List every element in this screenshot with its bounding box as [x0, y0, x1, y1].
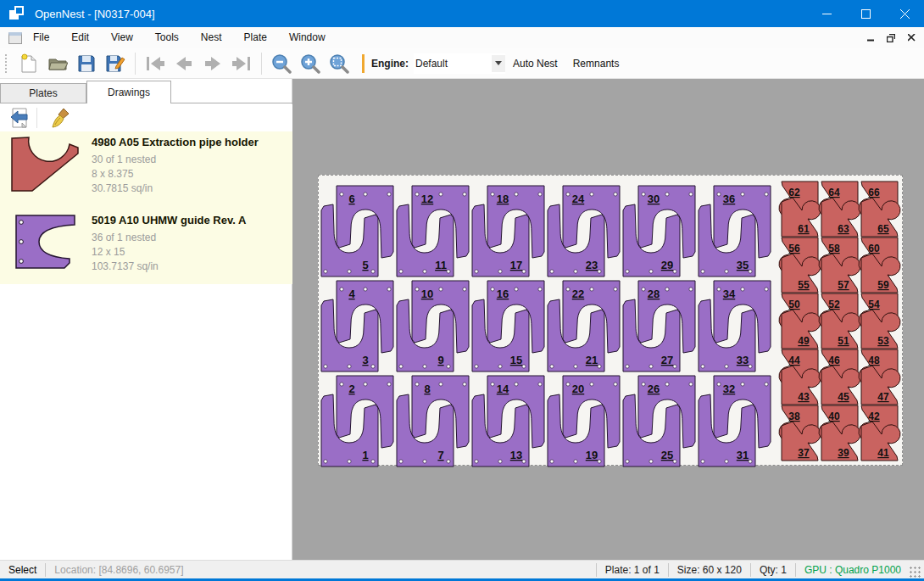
toolbar-grip[interactable] [4, 53, 8, 74]
nested-part-pair-red[interactable]: 5049 [779, 293, 821, 349]
save-as-button[interactable] [101, 51, 130, 76]
part-hole [340, 383, 343, 386]
nested-part-pair-red[interactable]: 4645 [819, 349, 860, 405]
part-hole [566, 193, 570, 196]
nested-part-pair-red[interactable]: 5655 [779, 237, 821, 293]
nested-part-pair-purple[interactable]: 109 [397, 281, 469, 372]
nested-part-pair-purple[interactable]: 1211 [397, 186, 469, 277]
part-hole [498, 460, 502, 463]
part-hole [491, 383, 494, 386]
menu-view[interactable]: View [100, 27, 144, 48]
nested-part-pair-purple[interactable]: 3029 [623, 186, 695, 277]
menu-tools[interactable]: Tools [144, 27, 190, 48]
menu-edit[interactable]: Edit [60, 27, 100, 48]
nested-part-pair-purple[interactable]: 65 [321, 186, 393, 277]
engine-select[interactable]: Default [414, 53, 505, 74]
part-number: 43 [798, 391, 810, 403]
nest-canvas[interactable]: 6543211211109871817161514132423222120193… [292, 79, 924, 560]
part-hole [348, 460, 351, 463]
part-hole [423, 460, 426, 463]
resize-grip[interactable] [910, 567, 921, 578]
import-drawing-button[interactable] [7, 106, 32, 130]
nested-part-pair-purple[interactable]: 2827 [623, 281, 695, 372]
nested-part-pair-red[interactable]: 5857 [819, 237, 860, 293]
app-logo-icon [9, 6, 26, 21]
nested-part-pair-red[interactable]: 3837 [779, 405, 821, 461]
nested-part-pair-purple[interactable]: 2625 [623, 376, 695, 466]
part-hole [665, 193, 669, 196]
nested-part-pair-purple[interactable]: 43 [321, 281, 393, 372]
save-button[interactable] [72, 51, 101, 76]
close-button[interactable] [885, 0, 924, 27]
status-gpu: GPU : Quadro P1000 [796, 564, 910, 576]
first-plate-button[interactable] [141, 51, 170, 76]
mdi-restore-button[interactable] [883, 31, 899, 45]
zoom-in-button[interactable] [296, 51, 325, 76]
part-hole [324, 460, 327, 463]
nested-part-pair-red[interactable]: 6665 [859, 182, 900, 237]
maximize-button[interactable] [846, 0, 885, 27]
menu-plate[interactable]: Plate [233, 27, 278, 48]
chevron-down-icon[interactable] [492, 55, 505, 72]
part-hole [475, 460, 478, 463]
nested-part-pair-red[interactable]: 4241 [859, 405, 900, 461]
nested-part-pair-red[interactable]: 4847 [859, 349, 900, 405]
nested-part-pair-red[interactable]: 5251 [819, 293, 860, 349]
mdi-close-button[interactable] [904, 31, 919, 45]
auto-nest-button[interactable]: Auto Nest [505, 53, 565, 75]
nested-part-pair-purple[interactable]: 3231 [699, 376, 771, 466]
part-shape-purple [16, 215, 75, 268]
nested-part-pair-purple[interactable]: 1413 [472, 376, 544, 466]
nested-part-pair-red[interactable]: 6059 [859, 237, 900, 293]
part-number: 58 [828, 243, 840, 254]
part-hole [626, 365, 629, 368]
part-hole [665, 288, 669, 291]
menu-window[interactable]: Window [278, 27, 337, 48]
drawing-item-extraction-pipe-holder[interactable]: 4980 A05 Extraction pipe holder 30 of 1 … [0, 131, 292, 209]
zoom-out-button[interactable] [267, 51, 296, 76]
nested-part-pair-purple[interactable]: 3433 [699, 281, 771, 372]
nested-part-pair-purple[interactable]: 2221 [548, 281, 620, 372]
clear-drawings-button[interactable] [48, 106, 74, 130]
nested-part-pair-red[interactable]: 4039 [819, 405, 860, 461]
part-number: 37 [798, 447, 810, 459]
part-hole [371, 365, 375, 368]
nested-part-pair-purple[interactable]: 21 [321, 376, 393, 466]
minimize-button[interactable] [807, 0, 846, 27]
next-plate-button[interactable] [198, 51, 227, 76]
drawing-item-uhmw-guide[interactable]: 5019 A10 UHMW guide Rev. A 36 of 1 neste… [0, 209, 292, 284]
nested-part-pair-purple[interactable]: 1817 [472, 186, 544, 277]
nested-part-pair-purple[interactable]: 3635 [699, 186, 771, 277]
drawing-area: 30.7815 sq/in [92, 182, 292, 196]
remnants-button[interactable]: Remnants [565, 53, 627, 75]
new-file-button[interactable] [14, 51, 43, 76]
tab-drawings[interactable]: Drawings [86, 81, 171, 103]
nested-part-pair-red[interactable]: 4443 [779, 349, 821, 405]
nested-part-pair-purple[interactable]: 2019 [548, 376, 620, 466]
part-number: 25 [661, 449, 673, 461]
part-number: 48 [868, 355, 880, 366]
plate-sheet[interactable]: 6543211211109871817161514132423222120193… [318, 175, 903, 466]
nested-part-pair-red[interactable]: 5453 [859, 293, 900, 349]
mdi-minimize-button[interactable] [863, 31, 878, 45]
document-window-icon[interactable] [8, 32, 22, 44]
status-qty: Qty: 1 [751, 564, 795, 576]
nested-part-pair-purple[interactable]: 87 [397, 376, 469, 466]
zoom-fit-button[interactable] [325, 51, 353, 76]
open-file-button[interactable] [43, 51, 72, 76]
nested-part-pair-purple[interactable]: 1615 [472, 281, 544, 372]
part-hole [649, 460, 653, 463]
nested-part-pair-red[interactable]: 6261 [779, 182, 821, 237]
nested-part-pair-purple[interactable]: 2423 [548, 186, 620, 277]
tab-plates[interactable]: Plates [0, 83, 86, 103]
previous-plate-button[interactable] [170, 51, 198, 76]
menu-file[interactable]: File [22, 27, 60, 48]
nested-part-pair-red[interactable]: 6463 [819, 182, 860, 237]
part-number: 32 [723, 383, 735, 395]
status-location: Location: [84.8696, 60.6957] [46, 564, 192, 576]
last-plate-button[interactable] [227, 51, 256, 76]
part-hole [590, 288, 593, 291]
part-hole [590, 193, 593, 196]
menu-nest[interactable]: Nest [190, 27, 233, 48]
panel-toolbar-separator [36, 108, 37, 128]
